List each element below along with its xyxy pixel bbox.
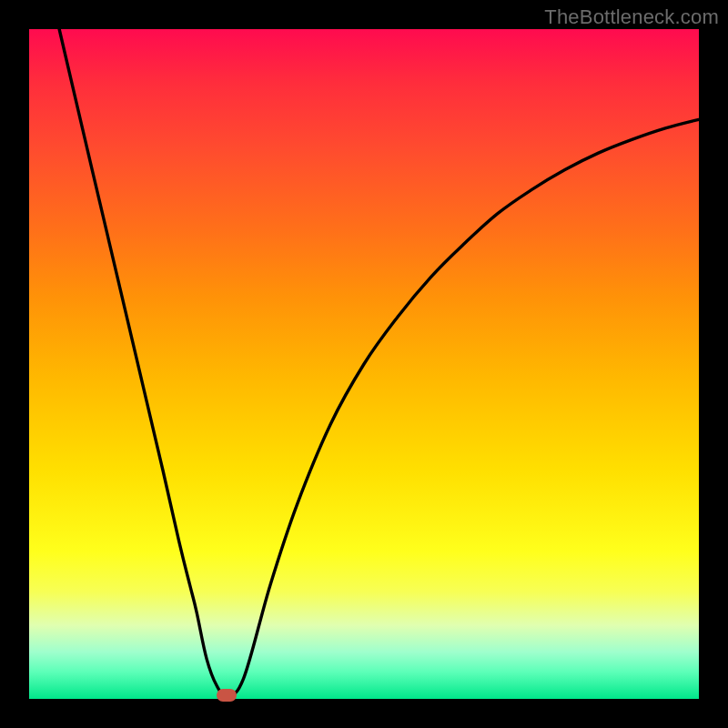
- chart-frame: TheBottleneck.com: [0, 0, 728, 728]
- line-series: [29, 29, 699, 699]
- attribution-label: TheBottleneck.com: [544, 5, 719, 29]
- curve-path: [59, 29, 699, 696]
- minimum-marker: [217, 689, 237, 702]
- plot-area: [29, 29, 699, 699]
